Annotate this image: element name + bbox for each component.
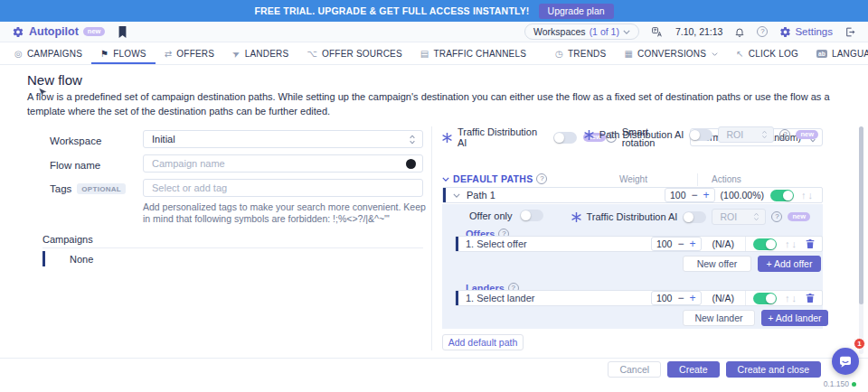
gear-icon: [779, 26, 791, 38]
scrollbar-thumb[interactable]: [859, 126, 863, 304]
flows-icon: ⚑: [100, 50, 108, 59]
help-icon[interactable]: ?: [536, 173, 547, 184]
tab-offer-sources[interactable]: ⌥OFFER SOURCES: [297, 43, 410, 64]
header-datetime: 7.10, 21:13: [675, 26, 723, 37]
move-down-button[interactable]: ↓: [792, 294, 797, 303]
offer-enabled-toggle[interactable]: [753, 238, 777, 250]
tab-trends[interactable]: ◷TRENDS: [546, 43, 615, 64]
click-log-icon: ↖: [736, 50, 744, 59]
offer-name[interactable]: 1. Select offer: [466, 238, 527, 249]
minus-button[interactable]: −: [692, 190, 698, 201]
settings-group[interactable]: Settings: [779, 26, 833, 38]
help-icon[interactable]: ?: [771, 211, 782, 222]
help-icon[interactable]: ?: [779, 129, 790, 140]
color-dot[interactable]: [406, 159, 416, 169]
offer-only-toggle[interactable]: [520, 210, 543, 221]
chevron-down-icon[interactable]: [453, 193, 460, 198]
cancel-button[interactable]: Cancel: [608, 361, 661, 378]
offer-weight-value[interactable]: 100: [656, 238, 673, 249]
path-enabled-toggle[interactable]: [770, 190, 794, 201]
plus-button[interactable]: +: [689, 293, 695, 303]
select-stepper-icon: [761, 130, 768, 139]
bell-icon[interactable]: [734, 26, 745, 38]
translate-icon[interactable]: [651, 26, 664, 38]
optional-badge: OPTIONAL: [77, 183, 126, 194]
default-paths-title-group[interactable]: DEFAULT PATHS ?: [442, 173, 547, 184]
create-and-close-button[interactable]: Create and close: [726, 361, 821, 378]
add-default-path-button[interactable]: Add default path: [442, 334, 524, 350]
paths-panel: Traffic Distribution AI new ? Smart rota…: [442, 126, 823, 352]
workspace-label: Workspace: [50, 135, 101, 146]
lander-weight-value[interactable]: 100: [656, 293, 673, 303]
workspaces-selector[interactable]: Workspaces (1 of 1): [524, 23, 639, 40]
move-down-button[interactable]: ↓: [792, 239, 797, 249]
logo-gears-icon: [12, 26, 24, 38]
sign-out-icon[interactable]: [844, 26, 856, 38]
tab-flows[interactable]: ⚑FLOWS: [91, 43, 156, 64]
move-up-button[interactable]: ↑: [801, 191, 807, 201]
new-lander-button[interactable]: New lander: [683, 310, 755, 326]
path-weight-value[interactable]: 100: [670, 190, 686, 201]
new-badge: new: [788, 212, 810, 222]
settings-label: Settings: [795, 26, 833, 37]
offer-row[interactable]: 1. Select offer 100 − + (N/A) ↑ ↓: [455, 236, 823, 252]
tab-conversions[interactable]: ▦CONVERSIONS: [615, 43, 727, 64]
minus-button[interactable]: −: [677, 238, 684, 249]
new-badge: new: [796, 130, 818, 140]
create-button[interactable]: Create: [667, 361, 720, 378]
path-ai-metric-select[interactable]: ROI: [718, 126, 774, 143]
select-stepper-icon: [753, 212, 760, 221]
lander-name[interactable]: 1. Select lander: [466, 293, 534, 303]
tab-offers[interactable]: ⇄OFFERS: [156, 43, 223, 64]
header-right: Workspaces (1 of 1) 7.10, 21:13 ? Sett: [524, 23, 856, 40]
workspace-select[interactable]: Initial: [143, 130, 423, 148]
trash-icon[interactable]: [806, 293, 815, 303]
offer-only-label: Offer only: [469, 210, 513, 221]
minus-button[interactable]: −: [677, 293, 684, 303]
bookmark-icon[interactable]: [118, 26, 127, 38]
trash-icon[interactable]: [806, 238, 815, 249]
path-row[interactable]: Path 1 100 − + (100.00%) ↑ ↓: [442, 187, 823, 203]
lander-row[interactable]: 1. Select lander 100 − + (N/A) ↑ ↓: [455, 290, 823, 306]
tab-campaigns[interactable]: ◎CAMPAIGNS: [5, 43, 91, 64]
tab-landers[interactable]: ➤LANDERS: [223, 43, 297, 64]
path-ai-toggle[interactable]: [689, 129, 712, 141]
path-traffic-ai-toggle[interactable]: [683, 211, 706, 223]
move-down-button[interactable]: ↓: [808, 191, 814, 201]
logo-new-badge: new: [83, 27, 106, 37]
campaigns-row-bar: [42, 251, 45, 266]
path-traffic-ai-label: Traffic Distribution AI: [587, 211, 678, 222]
new-offer-button[interactable]: New offer: [683, 256, 751, 272]
path-traffic-ai-group: Traffic Distribution AI ROI ? new: [571, 209, 810, 225]
path-traffic-ai-metric-select[interactable]: ROI: [712, 209, 766, 225]
flow-name-input[interactable]: [143, 154, 423, 173]
chevron-down-icon: [442, 177, 449, 182]
ai-sparkle-icon: [571, 212, 581, 222]
tab-languages[interactable]: abLANGUAGES: [807, 43, 868, 64]
landers-icon: ➤: [231, 48, 241, 60]
move-up-button[interactable]: ↑: [785, 239, 790, 249]
upgrade-plan-button[interactable]: Upgrade plan: [539, 4, 614, 19]
app-logo[interactable]: Autopilot: [29, 25, 79, 38]
plus-button[interactable]: +: [703, 190, 710, 201]
tags-label: TagsOPTIONAL: [50, 183, 126, 194]
campaigns-icon: ◎: [14, 50, 23, 59]
tab-click-log[interactable]: ↖CLICK LOG: [727, 43, 807, 64]
paths-columns-header: DEFAULT PATHS ? Weight Actions: [442, 173, 823, 187]
add-lander-button[interactable]: + Add lander: [761, 310, 828, 326]
add-offer-button[interactable]: + Add offer: [758, 256, 821, 272]
app-header: Autopilot new Workspaces (1 of 1) 7.10, …: [0, 22, 868, 42]
plus-button[interactable]: +: [689, 238, 695, 249]
tags-input[interactable]: [143, 179, 423, 197]
traffic-ai-toggle[interactable]: [553, 132, 577, 144]
flow-name-label: Flow name: [50, 160, 100, 171]
chat-launcher[interactable]: [832, 348, 859, 375]
move-up-button[interactable]: ↑: [785, 294, 790, 303]
offer-buttons: New offer + Add offer: [683, 256, 821, 272]
path-row-bar: [443, 188, 446, 202]
lander-share: (N/A): [712, 293, 735, 303]
tags-help-text: Add personalized tags to make your searc…: [143, 201, 427, 225]
help-icon[interactable]: ?: [757, 26, 768, 37]
tab-traffic-channels[interactable]: ▤TRAFFIC CHANNELS: [411, 43, 535, 64]
lander-enabled-toggle[interactable]: [753, 293, 777, 304]
